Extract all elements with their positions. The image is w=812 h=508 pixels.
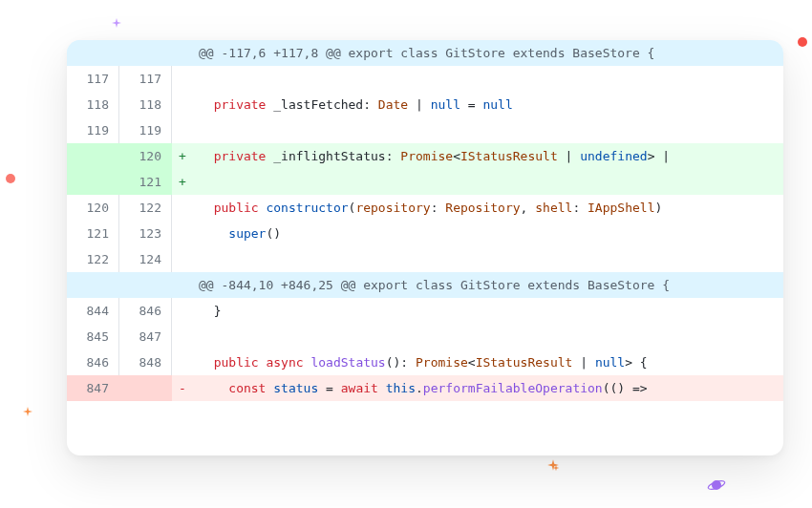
diff-marker: + bbox=[172, 169, 193, 195]
diff-marker bbox=[172, 195, 193, 221]
code-content bbox=[193, 169, 783, 195]
gutter-old bbox=[67, 169, 119, 195]
code-content bbox=[193, 246, 783, 272]
diff-marker bbox=[172, 40, 193, 66]
gutter-old bbox=[67, 143, 119, 169]
gutter-new: 121 bbox=[119, 169, 172, 195]
diff-line[interactable]: 117 117 bbox=[67, 66, 783, 92]
svg-point-0 bbox=[6, 174, 15, 183]
diff-line[interactable]: 121 123 super() bbox=[67, 221, 783, 246]
code-content bbox=[193, 66, 783, 92]
diff-line[interactable]: 118 118 private _lastFetched: Date | nul… bbox=[67, 92, 783, 117]
diff-line[interactable]: 844 846 } bbox=[67, 298, 783, 324]
gutter-old bbox=[67, 272, 119, 298]
diff-marker bbox=[172, 272, 193, 298]
gutter-new: 847 bbox=[119, 324, 172, 349]
gutter-new bbox=[119, 375, 172, 401]
code-content: super() bbox=[193, 221, 783, 246]
diff-line[interactable]: 846 848 public async loadStatus(): Promi… bbox=[67, 349, 783, 375]
gutter-old: 845 bbox=[67, 324, 119, 349]
star-icon bbox=[552, 464, 560, 472]
diff-line-deleted[interactable]: 847 - const status = await this.performF… bbox=[67, 375, 783, 401]
gutter-old: 120 bbox=[67, 195, 119, 221]
code-content: public async loadStatus(): Promise<IStat… bbox=[193, 349, 783, 375]
hunk-text: @@ -117,6 +117,8 @@ export class GitStor… bbox=[193, 40, 783, 66]
code-content bbox=[193, 324, 783, 349]
diff-line[interactable]: 120 122 public constructor(repository: R… bbox=[67, 195, 783, 221]
hunk-text: @@ -844,10 +846,25 @@ export class GitSt… bbox=[193, 272, 783, 298]
code-content: public constructor(repository: Repositor… bbox=[193, 195, 783, 221]
gutter-old: 122 bbox=[67, 246, 119, 272]
diff-line[interactable]: 119 119 bbox=[67, 117, 783, 143]
svg-point-1 bbox=[798, 37, 807, 47]
diff-line-added[interactable]: 120 + private _inflightStatus: Promise<I… bbox=[67, 143, 783, 169]
gutter-old: 121 bbox=[67, 221, 119, 246]
code-content: private _inflightStatus: Promise<IStatus… bbox=[193, 143, 783, 169]
star-icon bbox=[22, 406, 33, 417]
gutter-old: 118 bbox=[67, 92, 119, 117]
diff-line[interactable]: 122 124 bbox=[67, 246, 783, 272]
planet-icon bbox=[707, 476, 726, 495]
star-icon bbox=[111, 17, 122, 29]
gutter-old: 846 bbox=[67, 349, 119, 375]
gutter-new: 122 bbox=[119, 195, 172, 221]
diff-marker bbox=[172, 246, 193, 272]
diff-line[interactable]: 845 847 bbox=[67, 324, 783, 349]
gutter-old: 847 bbox=[67, 375, 119, 401]
gutter-new bbox=[119, 272, 172, 298]
gutter-old: 844 bbox=[67, 298, 119, 324]
code-content: } bbox=[193, 298, 783, 324]
diff-marker bbox=[172, 324, 193, 349]
diff-marker: - bbox=[172, 375, 193, 401]
gutter-new: 846 bbox=[119, 298, 172, 324]
star-icon bbox=[546, 458, 560, 472]
gutter-new: 117 bbox=[119, 66, 172, 92]
hunk-header: @@ -844,10 +846,25 @@ export class GitSt… bbox=[67, 272, 783, 298]
diff-line-added[interactable]: 121 + bbox=[67, 169, 783, 195]
diff-marker bbox=[172, 349, 193, 375]
gutter-old: 117 bbox=[67, 66, 119, 92]
svg-point-3 bbox=[707, 479, 726, 492]
decor-dot bbox=[797, 36, 808, 48]
diff-view[interactable]: @@ -117,6 +117,8 @@ export class GitStor… bbox=[67, 40, 783, 455]
gutter-new: 120 bbox=[119, 143, 172, 169]
gutter-new: 118 bbox=[119, 92, 172, 117]
gutter-new: 848 bbox=[119, 349, 172, 375]
gutter-old bbox=[67, 40, 119, 66]
diff-marker bbox=[172, 298, 193, 324]
gutter-new: 123 bbox=[119, 221, 172, 246]
code-content bbox=[193, 117, 783, 143]
hunk-header: @@ -117,6 +117,8 @@ export class GitStor… bbox=[67, 40, 783, 66]
gutter-new: 119 bbox=[119, 117, 172, 143]
decor-dot bbox=[6, 174, 15, 183]
diff-marker bbox=[172, 92, 193, 117]
diff-marker bbox=[172, 221, 193, 246]
gutter-old: 119 bbox=[67, 117, 119, 143]
gutter-new bbox=[119, 40, 172, 66]
diff-marker bbox=[172, 66, 193, 92]
code-content: const status = await this.performFailabl… bbox=[193, 375, 783, 401]
gutter-new: 124 bbox=[119, 246, 172, 272]
diff-marker bbox=[172, 117, 193, 143]
svg-point-2 bbox=[712, 480, 721, 490]
diff-marker: + bbox=[172, 143, 193, 169]
code-content: private _lastFetched: Date | null = null bbox=[193, 92, 783, 117]
